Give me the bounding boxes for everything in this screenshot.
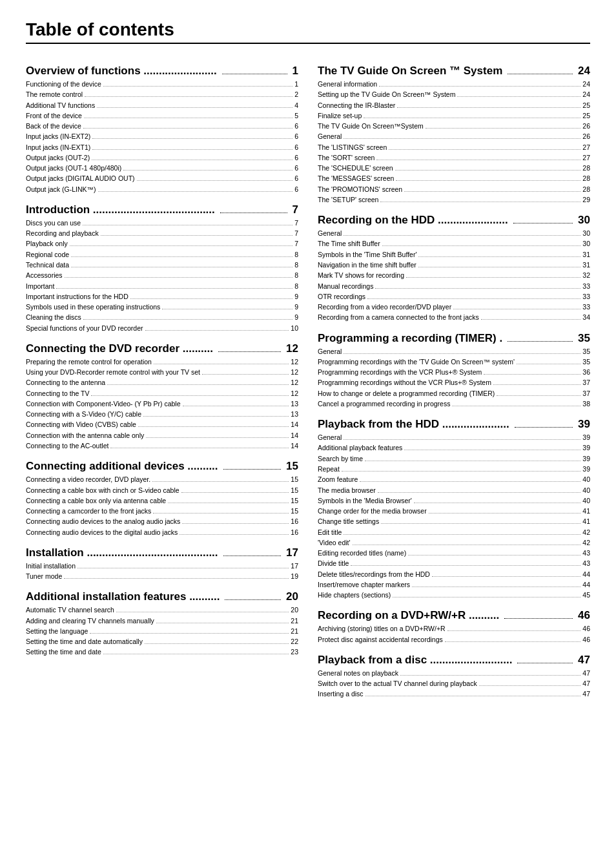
list-item: Preparing the remote control for operati… bbox=[26, 357, 298, 367]
item-label: The 'PROMOTIONS' screen bbox=[318, 184, 402, 194]
item-page-number: 43 bbox=[582, 548, 590, 558]
item-dots bbox=[404, 191, 580, 192]
item-page-number: 7 bbox=[294, 228, 298, 238]
item-dots bbox=[342, 471, 580, 472]
item-page-number: 15 bbox=[291, 506, 298, 516]
item-page-number: 14 bbox=[291, 430, 298, 441]
item-page-number: 30 bbox=[582, 238, 590, 249]
item-page-number: 2 bbox=[294, 89, 298, 99]
item-label: The 'LISTINGS' screen bbox=[318, 142, 387, 152]
item-dots bbox=[408, 555, 580, 555]
toc-section: Recording on a DVD+RW/+R ..........46Arc… bbox=[318, 609, 590, 645]
item-dots bbox=[85, 96, 293, 97]
list-item: Functioning of the device1 bbox=[26, 79, 298, 89]
item-page-number: 43 bbox=[582, 558, 590, 568]
item-label: General bbox=[318, 346, 342, 357]
section-title: Additional installation features .......… bbox=[26, 590, 220, 603]
item-dots bbox=[98, 191, 293, 192]
toc-section: Connecting additional devices ..........… bbox=[26, 460, 298, 537]
item-page-number: 44 bbox=[582, 579, 590, 590]
list-item: Programming recordings without the VCR P… bbox=[318, 377, 590, 388]
item-label: Output jacks (DIGITAL AUDIO OUT) bbox=[26, 173, 135, 183]
item-label: Divide title bbox=[318, 558, 349, 568]
item-label: Connecting audio devices to the analog a… bbox=[26, 516, 180, 526]
list-item: Connecting a cable box with cinch or S-v… bbox=[26, 485, 298, 495]
item-label: Programming recordings with the 'TV Guid… bbox=[318, 357, 515, 367]
item-label: Connecting to the TV bbox=[26, 388, 89, 399]
item-label: The 'SORT' screen bbox=[318, 152, 375, 163]
item-label: General notes on playback bbox=[318, 668, 398, 678]
item-dots bbox=[364, 118, 580, 118]
item-page-number: 28 bbox=[582, 173, 590, 183]
item-dots bbox=[400, 675, 580, 676]
item-dots bbox=[367, 298, 580, 299]
item-page-number: 28 bbox=[582, 163, 590, 173]
item-page-number: 40 bbox=[582, 485, 590, 495]
item-label: How to change or delete a programmed rec… bbox=[318, 388, 495, 399]
list-item: The 'SCHEDULE' screen28 bbox=[318, 163, 590, 173]
list-item: Connecting a camcorder to the front jack… bbox=[26, 506, 298, 516]
item-dots bbox=[344, 138, 580, 139]
list-item: Connection with the antenna cable only14 bbox=[26, 430, 298, 441]
left-column: Overview of functions ..................… bbox=[26, 56, 298, 700]
list-item: The Time shift Buffer30 bbox=[318, 238, 590, 249]
item-page-number: 15 bbox=[291, 485, 298, 495]
item-label: Manual recordings bbox=[318, 281, 373, 291]
item-dots bbox=[365, 461, 580, 461]
list-item: Programming recordings with the 'TV Guid… bbox=[318, 357, 590, 367]
item-page-number: 33 bbox=[582, 302, 590, 312]
section-page-number: 20 bbox=[286, 590, 298, 603]
list-item: Front of the device5 bbox=[26, 110, 298, 121]
item-dots bbox=[457, 96, 580, 97]
list-item: General35 bbox=[318, 346, 590, 357]
item-label: Cancel a programmed recording in progres… bbox=[318, 399, 450, 409]
list-item: Switch over to the actual TV channel dur… bbox=[318, 678, 590, 689]
item-page-number: 39 bbox=[582, 453, 590, 464]
list-item: Protect disc against accidental recordin… bbox=[318, 634, 590, 645]
item-page-number: 35 bbox=[582, 357, 590, 367]
list-item: Connecting to the antenna12 bbox=[26, 377, 298, 388]
list-item: The 'MESSAGES' screen28 bbox=[318, 173, 590, 183]
item-dots bbox=[353, 545, 581, 545]
section-page-number: 35 bbox=[578, 332, 590, 345]
item-page-number: 13 bbox=[291, 409, 298, 419]
item-dots bbox=[91, 395, 289, 396]
item-dots bbox=[497, 395, 580, 396]
item-label: Back of the device bbox=[26, 121, 81, 131]
item-dots bbox=[344, 353, 580, 354]
list-item: Connecting the IR-Blaster25 bbox=[318, 100, 590, 110]
item-dots bbox=[378, 492, 580, 493]
item-page-number: 25 bbox=[582, 100, 590, 110]
item-page-number: 27 bbox=[582, 152, 590, 163]
item-dots bbox=[481, 319, 581, 320]
section-title: Installation ...........................… bbox=[26, 546, 218, 559]
section-heading: Recording on the HDD ...................… bbox=[318, 214, 590, 227]
item-dots bbox=[90, 633, 289, 634]
item-page-number: 10 bbox=[291, 323, 298, 333]
item-page-number: 45 bbox=[582, 590, 590, 600]
item-page-number: 46 bbox=[582, 623, 590, 634]
item-label: Editing recorded titles (name) bbox=[318, 548, 406, 558]
item-page-number: 6 bbox=[294, 121, 298, 131]
item-page-number: 25 bbox=[582, 110, 590, 121]
item-dots bbox=[182, 523, 289, 524]
item-page-number: 32 bbox=[582, 270, 590, 280]
toc-section: Additional installation features .......… bbox=[26, 590, 298, 657]
section-page-number: 30 bbox=[578, 214, 590, 227]
item-page-number: 35 bbox=[582, 346, 590, 357]
item-page-number: 14 bbox=[291, 419, 298, 430]
item-dots bbox=[452, 406, 580, 406]
list-item: Connecting a cable box only via antenna … bbox=[26, 495, 298, 506]
item-dots bbox=[360, 481, 580, 482]
list-item: Output jacks (DIGITAL AUDIO OUT)6 bbox=[26, 173, 298, 183]
item-label: OTR recordings bbox=[318, 291, 365, 302]
list-item: The remote control2 bbox=[26, 89, 298, 99]
item-label: Change title settings bbox=[318, 516, 379, 526]
item-page-number: 21 bbox=[291, 616, 298, 626]
item-dots bbox=[181, 492, 289, 493]
item-dots bbox=[168, 503, 289, 503]
item-page-number: 6 bbox=[294, 184, 298, 194]
item-dots bbox=[351, 565, 580, 566]
item-label: Important bbox=[26, 281, 54, 291]
toc-section: Playback from the HDD ..................… bbox=[318, 418, 590, 600]
